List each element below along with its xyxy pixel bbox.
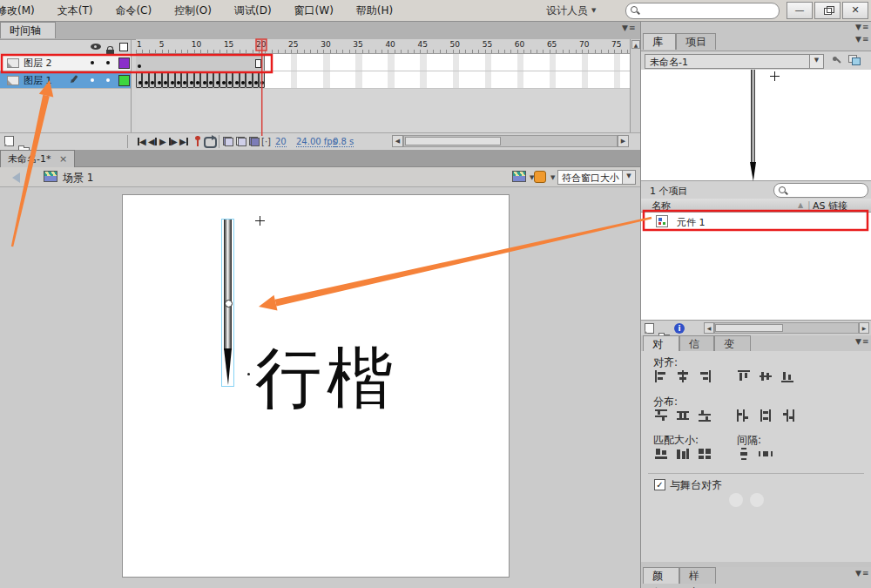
- canvas-workspace[interactable]: 行楷: [0, 187, 640, 588]
- frame-rate-value[interactable]: 24.00 fps: [296, 137, 337, 147]
- match-width-and-height-button[interactable]: [698, 448, 717, 465]
- layer2-frames[interactable]: [136, 54, 630, 71]
- keyframe-cell[interactable]: [240, 71, 246, 88]
- app-search-box[interactable]: [625, 3, 780, 19]
- scroll-right-icon[interactable]: ▶: [859, 322, 869, 334]
- panel-menu-icon[interactable]: ▼≡: [855, 23, 869, 31]
- scrollbar-thumb[interactable]: [405, 137, 501, 145]
- match-height-button[interactable]: [676, 448, 695, 465]
- layer1-frames[interactable]: [136, 71, 630, 89]
- menu-help[interactable]: 帮助(H): [345, 0, 404, 21]
- outline-all-layers-icon[interactable]: [119, 43, 128, 51]
- layer-lock-dot[interactable]: [106, 78, 110, 82]
- menu-debug[interactable]: 调试(D): [223, 0, 283, 21]
- panel-menu-icon[interactable]: ▼≡: [622, 24, 636, 32]
- onion-skin-icon[interactable]: [223, 137, 233, 146]
- tab-timeline[interactable]: 时间轴: [0, 22, 56, 38]
- keyframe-cell[interactable]: [162, 71, 168, 88]
- scroll-up-icon[interactable]: ▲: [631, 40, 640, 49]
- scroll-left-icon[interactable]: ◀: [704, 322, 714, 334]
- keyframe-cell[interactable]: [142, 71, 148, 88]
- keyframe-cell[interactable]: [168, 71, 174, 88]
- edit-symbols-icon[interactable]: [534, 171, 546, 183]
- keyframe-cell[interactable]: [213, 71, 219, 88]
- layer-outline-color-swatch[interactable]: [118, 75, 130, 86]
- keyframe-cell[interactable]: [200, 71, 206, 88]
- pin-library-icon[interactable]: [831, 55, 841, 65]
- edit-multiple-frames-icon[interactable]: [249, 137, 260, 146]
- layer2-frame-span[interactable]: [136, 54, 265, 71]
- keyframe-cell[interactable]: [259, 71, 265, 88]
- keyframe-cell[interactable]: [207, 71, 213, 88]
- match-width-button[interactable]: [654, 448, 673, 465]
- panel-menu-icon[interactable]: ▼≡: [855, 35, 869, 44]
- keyframe-cell[interactable]: [175, 71, 181, 88]
- panel-menu-icon[interactable]: ▼≡: [855, 569, 869, 578]
- keyframe-cell[interactable]: [155, 71, 161, 88]
- keyframe-cell[interactable]: [233, 71, 239, 88]
- distribute-vertical-center-button[interactable]: [676, 409, 695, 427]
- search-input[interactable]: [642, 4, 776, 17]
- library-horizontal-scrollbar[interactable]: [714, 322, 859, 334]
- loop-playback-icon[interactable]: [204, 137, 217, 148]
- play-button[interactable]: ▶: [159, 136, 166, 147]
- layer-name[interactable]: 图层 1: [24, 74, 52, 87]
- minimize-button[interactable]: —: [787, 2, 813, 19]
- library-search-box[interactable]: [773, 183, 868, 198]
- keyframe-cell[interactable]: [149, 71, 155, 88]
- align-right-button[interactable]: [698, 370, 717, 388]
- align-vertical-center-button[interactable]: [759, 370, 778, 388]
- stage[interactable]: 行楷: [122, 194, 510, 578]
- back-arrow-icon[interactable]: [7, 172, 20, 183]
- distribute-bottom-edge-button[interactable]: [698, 409, 717, 427]
- menu-control[interactable]: 控制(O): [163, 0, 223, 21]
- panel-menu-icon[interactable]: ▼≡: [855, 337, 869, 346]
- scroll-left-icon[interactable]: ◀: [392, 135, 403, 147]
- new-library-panel-icon[interactable]: [848, 55, 861, 65]
- keyframe-cell[interactable]: [219, 71, 226, 88]
- timeline-horizontal-scrollbar[interactable]: [403, 135, 618, 147]
- new-symbol-icon[interactable]: [645, 323, 654, 334]
- scene-breadcrumb[interactable]: 场景 1: [63, 171, 93, 186]
- align-horizontal-center-button[interactable]: [676, 370, 695, 388]
- library-document-select[interactable]: 未命名-1 ▼: [645, 54, 824, 69]
- layer-visible-dot[interactable]: [91, 61, 94, 64]
- stage-align-checkbox[interactable]: ✓: [654, 479, 665, 490]
- properties-icon[interactable]: i: [674, 323, 685, 334]
- space-evenly-vertically-button[interactable]: [737, 448, 756, 465]
- layer-visible-dot[interactable]: [91, 78, 94, 82]
- step-forward-button[interactable]: ▶: [169, 136, 178, 147]
- keyframe-cell[interactable]: [187, 71, 193, 88]
- edit-scene-icon[interactable]: [512, 171, 526, 182]
- sort-ascending-icon[interactable]: ▲: [798, 201, 803, 209]
- workspace-switcher[interactable]: 设计人员▼: [546, 0, 596, 21]
- align-top-button[interactable]: [737, 370, 756, 388]
- column-name[interactable]: 名称: [652, 199, 671, 213]
- distribute-right-edge-button[interactable]: [780, 409, 800, 427]
- scroll-right-icon[interactable]: ▶: [618, 135, 629, 147]
- menu-modify[interactable]: 修改(M): [0, 0, 46, 21]
- menu-text[interactable]: 文本(T): [46, 0, 105, 21]
- tab-transform[interactable]: 变形: [714, 335, 751, 351]
- keyframe-cell[interactable]: [194, 71, 200, 88]
- chevron-down-icon[interactable]: ▼: [622, 171, 635, 184]
- column-as-linkage[interactable]: AS 链接: [813, 199, 847, 213]
- library-item-row[interactable]: 元件 1: [641, 213, 871, 230]
- step-back-button[interactable]: ◀: [148, 136, 157, 147]
- layer-frames-divider[interactable]: [131, 39, 132, 132]
- document-tab[interactable]: 未命名-1* ×: [0, 150, 75, 167]
- elapsed-time-value[interactable]: 0.8 s: [333, 137, 354, 147]
- layer-row-2[interactable]: 图层 2: [0, 54, 131, 71]
- tab-project[interactable]: 项目: [676, 33, 716, 50]
- menu-commands[interactable]: 命令(C): [104, 0, 163, 21]
- space-evenly-horizontally-button[interactable]: [759, 448, 778, 465]
- close-button[interactable]: ✕: [842, 2, 868, 19]
- timeline-vertical-scrollbar[interactable]: ▲: [630, 39, 640, 132]
- library-item-name[interactable]: 元件 1: [677, 216, 706, 229]
- tab-library[interactable]: 库: [643, 33, 676, 50]
- keyframe-cell[interactable]: [246, 71, 252, 88]
- distribute-left-edge-button[interactable]: [737, 409, 756, 427]
- restore-button[interactable]: [814, 2, 841, 19]
- keyframe-cell[interactable]: [253, 71, 259, 88]
- align-left-button[interactable]: [654, 370, 673, 388]
